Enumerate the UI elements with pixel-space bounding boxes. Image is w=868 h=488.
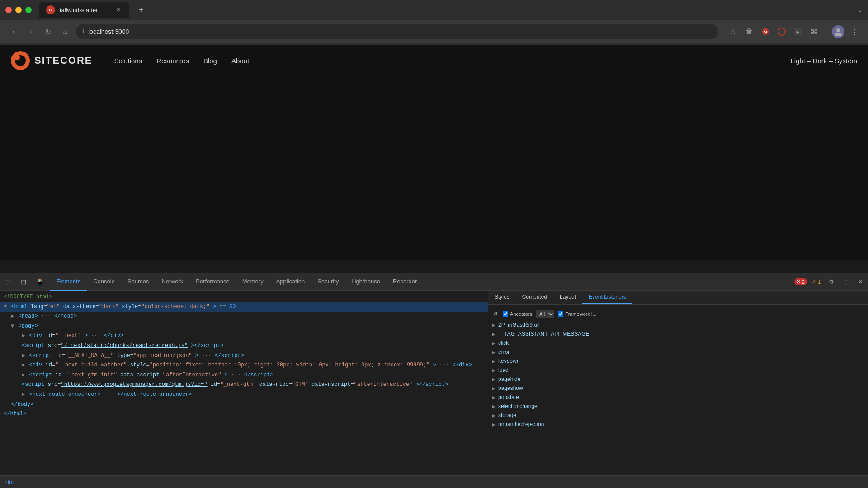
extension-icon-1[interactable]: [743, 25, 755, 38]
event-item-pageshow[interactable]: ▶ pageshow: [488, 384, 868, 393]
warn-badge: ⚠1: [810, 278, 823, 285]
event-item-pagehide[interactable]: ▶ pagehide: [488, 375, 868, 384]
tab-title: tailwind-starter: [60, 7, 98, 14]
svg-point-8: [14, 55, 20, 60]
webpage-content: SITECORE Solutions Resources Blog About …: [0, 45, 868, 260]
tab-console[interactable]: Console: [87, 273, 121, 291]
back-button[interactable]: ‹: [7, 25, 20, 38]
address-bar: ‹ › ↻ ⌂ ℹ localhost:3000 ☆ M ⊞: [0, 20, 868, 43]
dom-line-build-watcher[interactable]: ▶ <div id="__next-build-watcher" style="…: [0, 361, 488, 371]
event-item-keydown[interactable]: ▶ keydown: [488, 357, 868, 366]
forward-button[interactable]: ›: [24, 25, 37, 38]
close-button[interactable]: [5, 7, 12, 13]
dom-line-route-announcer[interactable]: ▶ <next-route-announcer> ··· </next-rout…: [0, 390, 488, 400]
bookmark-button[interactable]: ☆: [726, 25, 739, 38]
event-item-selectionchange[interactable]: ▶ selectionchange: [488, 402, 868, 411]
tab-elements[interactable]: Elements: [50, 273, 87, 291]
minimize-button[interactable]: [15, 7, 22, 13]
extension-icon-4[interactable]: ⊞: [792, 25, 804, 38]
maximize-button[interactable]: [25, 7, 32, 13]
event-item-click[interactable]: ▶ click: [488, 338, 868, 347]
webpage-body: [0, 76, 868, 260]
devtools-cursor-icon[interactable]: ⬚: [2, 278, 15, 286]
event-item-unhandledrejection[interactable]: ▶ unhandledrejection: [488, 420, 868, 429]
tab-recorder[interactable]: Recorder: [387, 273, 423, 291]
dom-line-next-div[interactable]: ▶ <div id="__next" > ··· </div>: [0, 331, 488, 341]
devtools-tab-bar: ⬚ ⊡ 📱 Elements Console Sources Network P…: [0, 273, 868, 291]
logo-text: SITECORE: [34, 55, 92, 66]
devtools-settings-button[interactable]: ⚙: [826, 276, 837, 288]
url-bar[interactable]: ℹ localhost:3000: [76, 24, 718, 39]
devtools-body: <!DOCTYPE html> ▼ <html lang="en" data-t…: [0, 291, 868, 475]
ancestors-checkbox[interactable]: Ancestors: [503, 311, 532, 317]
home-button[interactable]: ⌂: [59, 25, 71, 38]
site-navigation: SITECORE Solutions Resources Blog About …: [0, 45, 868, 76]
event-item-1[interactable]: ▶ __TAG_ASSISTANT_API_MESSAGE: [488, 329, 868, 338]
event-item-error[interactable]: ▶ error: [488, 347, 868, 357]
el-all-select[interactable]: All: [536, 310, 554, 318]
extensions-button[interactable]: [808, 25, 821, 38]
dom-line-gtm-init[interactable]: ▶ <script id="_next-gtm-init" data-nscri…: [0, 371, 488, 380]
tabs-dropdown-button[interactable]: ⌄: [857, 6, 863, 14]
toolbar-separator: [826, 27, 826, 36]
devtools-inspect-icon[interactable]: ⊡: [17, 278, 30, 286]
event-item-storage[interactable]: ▶ storage: [488, 411, 868, 420]
tab-computed[interactable]: Computed: [516, 291, 553, 304]
nav-about[interactable]: About: [231, 57, 249, 65]
tab-performance[interactable]: Performance: [189, 273, 236, 291]
tab-application[interactable]: Application: [270, 273, 311, 291]
svg-point-5: [836, 28, 840, 32]
tab-styles[interactable]: Styles: [488, 291, 516, 304]
browser-tab-active[interactable]: O tailwind-starter ✕: [39, 2, 129, 18]
nav-blog[interactable]: Blog: [203, 57, 217, 65]
devtools-more-button[interactable]: ⋮: [840, 276, 852, 288]
dom-line-gtm-script[interactable]: <script src="https://www.googletagmanage…: [0, 380, 488, 390]
dom-line-react-refresh[interactable]: <script src="/_next/static/chunks/react-…: [0, 341, 488, 351]
extension-icon-opera-vpn[interactable]: [775, 25, 788, 38]
framework-checkbox[interactable]: Framework l...: [558, 311, 597, 317]
site-logo: SITECORE: [11, 51, 92, 70]
dom-line-next-data[interactable]: ▶ <script id="__NEXT_DATA__" type="appli…: [0, 351, 488, 361]
extension-icon-2[interactable]: M: [759, 25, 772, 38]
devtools-close-button[interactable]: ✕: [854, 276, 866, 288]
dom-line-html-close: </html>: [0, 409, 488, 419]
tab-network[interactable]: Network: [156, 273, 190, 291]
devtools-breadcrumb: html: [0, 475, 868, 488]
browser-menu-button[interactable]: ⋮: [848, 25, 861, 38]
tab-security[interactable]: Security: [311, 273, 345, 291]
devtools-device-icon[interactable]: 📱: [32, 278, 48, 286]
styles-panel: Styles Computed Layout Event Listeners ↺…: [488, 291, 868, 475]
styles-tabs: Styles Computed Layout Event Listeners: [488, 291, 868, 305]
svg-text:⊞: ⊞: [796, 30, 800, 34]
event-item-0[interactable]: ▶ 2P_mGasd6i9.ulf: [488, 320, 868, 329]
reload-button[interactable]: ↻: [42, 25, 54, 38]
event-item-load[interactable]: ▶ load: [488, 366, 868, 375]
tab-sources[interactable]: Sources: [121, 273, 156, 291]
event-listeners-toolbar: ↺ Ancestors All Framework l...: [488, 308, 868, 320]
dom-line-html[interactable]: ▼ <html lang="en" data-theme="dark" styl…: [0, 302, 488, 312]
tab-event-listeners[interactable]: Event Listeners: [582, 291, 632, 304]
dom-line-doctype: <!DOCTYPE html>: [0, 292, 488, 302]
devtools-toolbar-right: ✕2 ⚠1 ⚙ ⋮ ✕: [794, 276, 866, 288]
svg-point-2: [778, 28, 785, 35]
tab-layout[interactable]: Layout: [553, 291, 582, 304]
devtools-panel: ⬚ ⊡ 📱 Elements Console Sources Network P…: [0, 273, 868, 488]
url-text: localhost:3000: [88, 28, 129, 35]
tab-lighthouse[interactable]: Lighthouse: [345, 273, 387, 291]
new-tab-button[interactable]: +: [135, 4, 147, 16]
nav-solutions[interactable]: Solutions: [114, 57, 142, 65]
dom-line-body-close: </body>: [0, 400, 488, 410]
tab-close-button[interactable]: ✕: [115, 6, 122, 14]
event-listeners-content: ↺ Ancestors All Framework l... ▶: [488, 305, 868, 475]
dom-line-head[interactable]: ▶ <head> ··· </head>: [0, 312, 488, 322]
nav-resources[interactable]: Resources: [156, 57, 189, 65]
profile-button[interactable]: [832, 25, 844, 38]
dom-line-body-open[interactable]: ▼ <body>: [0, 322, 488, 332]
theme-selector[interactable]: Light – Dark – System: [790, 57, 857, 65]
dom-panel[interactable]: <!DOCTYPE html> ▼ <html lang="en" data-t…: [0, 291, 488, 475]
tab-memory[interactable]: Memory: [236, 273, 270, 291]
el-refresh-button[interactable]: ↺: [492, 310, 499, 318]
event-item-popstate[interactable]: ▶ popstate: [488, 393, 868, 402]
title-bar: O tailwind-starter ✕ + ⌄: [0, 0, 868, 20]
breadcrumb-html[interactable]: html: [5, 479, 15, 485]
